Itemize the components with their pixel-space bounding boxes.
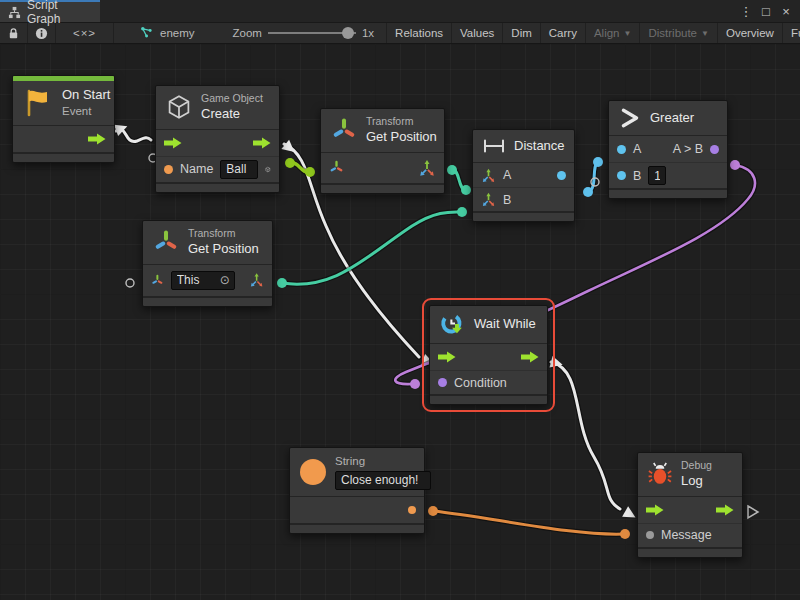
distribute-button[interactable]: Distribute▼ xyxy=(640,23,718,43)
flow-stub-triangle[interactable] xyxy=(748,506,758,518)
info-button[interactable] xyxy=(28,23,56,43)
name-input-port[interactable] xyxy=(164,165,173,174)
flow-input-port[interactable] xyxy=(438,351,456,363)
b-input-port[interactable] xyxy=(617,171,626,180)
greater-icon xyxy=(619,107,641,129)
wire-endpoint xyxy=(730,160,740,170)
code-view-button[interactable]: <×> xyxy=(56,23,114,43)
flow-input-port[interactable] xyxy=(646,504,664,516)
node-category: Transform xyxy=(366,115,437,129)
wire-endpoint xyxy=(410,379,420,389)
more-menu-icon[interactable]: ⋮ xyxy=(738,4,754,19)
node-debug-log[interactable]: Debug Log Message xyxy=(637,452,743,558)
node-wait-while[interactable]: Wait While Condition xyxy=(429,305,548,405)
a-input-port[interactable] xyxy=(617,145,626,154)
wire-endpoint xyxy=(457,207,467,217)
transform-icon xyxy=(331,117,357,143)
wire-endpoint xyxy=(583,187,593,197)
zoom-label: Zoom xyxy=(233,27,262,39)
transform-input-port[interactable] xyxy=(329,160,344,175)
node-string[interactable]: String xyxy=(289,447,425,534)
relations-button[interactable]: Relations xyxy=(386,23,452,43)
node-title: Greater xyxy=(650,110,694,127)
vector3-output-port[interactable] xyxy=(418,159,436,177)
chevron-down-icon: ▼ xyxy=(701,29,709,38)
tab-title: Script Graph xyxy=(27,0,92,26)
lock-button[interactable] xyxy=(0,23,28,43)
full-screen-button[interactable]: Full Screen xyxy=(783,23,800,43)
port-label: Condition xyxy=(454,376,507,390)
flow-output-port[interactable] xyxy=(88,133,106,145)
b-value-field[interactable] xyxy=(648,166,666,185)
graph-reference[interactable]: enemy xyxy=(114,23,205,43)
flow-output-port[interactable] xyxy=(716,504,734,516)
zoom-value: 1x xyxy=(362,27,374,39)
dim-button[interactable]: Dim xyxy=(503,23,540,43)
port-label: Name xyxy=(180,162,213,176)
node-create[interactable]: Game Object Create Name xyxy=(155,85,280,193)
string-output-port[interactable] xyxy=(408,506,416,514)
node-title: Create xyxy=(201,106,263,123)
port-label: B xyxy=(503,193,511,207)
carry-button[interactable]: Carry xyxy=(541,23,586,43)
port-label: A xyxy=(503,168,511,182)
maximize-icon[interactable]: □ xyxy=(758,4,774,19)
node-distance[interactable]: Distance A B xyxy=(472,129,575,222)
string-icon xyxy=(300,459,326,485)
node-get-position-b[interactable]: Transform Get Position ⊙ xyxy=(142,220,273,307)
flow-output-port[interactable] xyxy=(521,351,539,363)
wire-waitwhile-to-log xyxy=(551,362,620,509)
condition-input-port[interactable] xyxy=(438,378,447,387)
graph-name: enemy xyxy=(160,27,195,39)
node-category: Debug xyxy=(681,459,712,473)
zoom-slider[interactable] xyxy=(268,26,356,40)
node-title: Wait While xyxy=(474,316,536,333)
close-icon[interactable]: × xyxy=(778,4,794,19)
flag-icon xyxy=(23,88,53,118)
graph-icon xyxy=(8,6,21,19)
wire-endpoint xyxy=(277,278,287,288)
distance-icon xyxy=(483,138,505,154)
vector3-input-port-a[interactable] xyxy=(481,168,496,183)
overview-button[interactable]: Overview xyxy=(718,23,783,43)
wire-endpoint xyxy=(428,506,438,516)
node-greater[interactable]: Greater A A > B B xyxy=(608,100,728,199)
tab-script-graph[interactable]: Script Graph xyxy=(0,0,100,22)
result-output-port[interactable] xyxy=(710,145,719,154)
vector3-output-port[interactable] xyxy=(249,271,264,289)
wire-endpoint xyxy=(593,157,603,167)
result-label: A > B xyxy=(673,142,703,156)
port-label: Message xyxy=(661,528,712,542)
bug-icon xyxy=(648,462,672,486)
zoom-slider-handle[interactable] xyxy=(342,27,354,39)
node-title: Get Position xyxy=(188,241,259,258)
node-get-position-a[interactable]: Transform Get Position xyxy=(320,108,445,194)
transform-icon xyxy=(153,229,179,255)
values-button[interactable]: Values xyxy=(452,23,503,43)
vector3-input-port-b[interactable] xyxy=(481,192,496,207)
flow-input-port[interactable] xyxy=(164,137,182,149)
distance-output-port[interactable] xyxy=(557,171,566,180)
toolbar: <×> enemy Zoom 1x Relations Values Dim C… xyxy=(0,22,800,44)
transform-input-port[interactable] xyxy=(151,273,164,288)
align-button[interactable]: Align▼ xyxy=(586,23,641,43)
node-title: Log xyxy=(681,473,712,490)
flow-output-port[interactable] xyxy=(253,137,271,149)
name-value-field[interactable] xyxy=(220,160,258,179)
script-graph-asset-icon xyxy=(140,26,154,40)
titlebar: Script Graph ⋮ □ × xyxy=(0,0,800,22)
message-input-port[interactable] xyxy=(646,531,654,539)
node-on-start[interactable]: On Start Event xyxy=(12,75,115,163)
wire-endpoint xyxy=(461,185,471,195)
graph-canvas[interactable]: On Start Event Game Object Creat xyxy=(0,44,800,600)
game-object-output-port[interactable] xyxy=(265,161,271,178)
script-graph-window: Script Graph ⋮ □ × <×> enemy Zoom 1 xyxy=(0,0,800,600)
port-label: B xyxy=(633,169,641,183)
string-value-field[interactable] xyxy=(335,471,431,490)
info-icon xyxy=(35,27,48,40)
wire-endpoint xyxy=(447,165,457,175)
unconnected-port-circle[interactable] xyxy=(126,279,134,287)
object-picker-icon[interactable]: ⊙ xyxy=(220,273,230,287)
node-title: Get Position xyxy=(366,129,437,146)
node-subtitle: Event xyxy=(62,104,110,119)
